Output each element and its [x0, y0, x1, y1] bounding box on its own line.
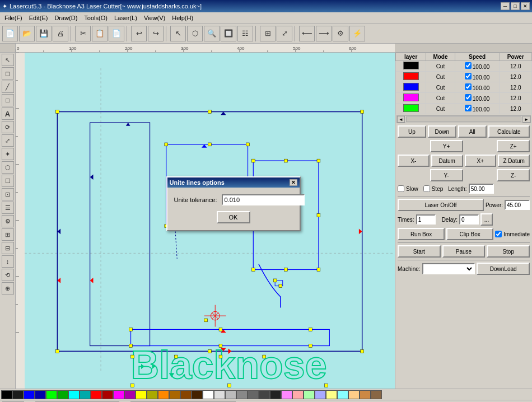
color-swatch-29[interactable] [326, 390, 337, 399]
color-swatch-7[interactable] [80, 390, 91, 399]
pause-button[interactable]: Pause [442, 245, 486, 258]
layer-check-1[interactable] [465, 73, 472, 80]
color-swatch-9[interactable] [102, 390, 113, 399]
tool-add[interactable]: ⊞ [2, 228, 14, 241]
save-button[interactable]: 💾 [36, 26, 52, 41]
layer-speed-cell-2[interactable]: 100.00 [455, 82, 500, 93]
color-swatch-10[interactable] [113, 390, 124, 399]
menu-draw[interactable]: Draw(D) [51, 13, 81, 22]
close-button[interactable]: ✕ [521, 2, 530, 10]
all-button[interactable]: All [458, 125, 487, 138]
menu-help[interactable]: Help(H) [169, 13, 197, 22]
tool-scale[interactable]: ⤢ [2, 134, 14, 147]
select-button[interactable]: ↖ [170, 26, 186, 41]
power-input[interactable] [505, 200, 530, 210]
tool-rect[interactable]: □ [2, 94, 14, 106]
x-minus-button[interactable]: X- [398, 155, 430, 167]
layer-check-0[interactable] [465, 62, 472, 69]
menu-tools[interactable]: Tools(O) [81, 13, 111, 22]
ungroup-button[interactable]: ☷ [237, 26, 253, 41]
layer-speed-cell-1[interactable]: 100.00 [455, 72, 500, 82]
cut-button[interactable]: ✂ [75, 26, 91, 41]
immediate-checkbox[interactable] [495, 231, 502, 237]
layer-color-cell-0[interactable] [396, 61, 426, 72]
color-swatch-24[interactable] [270, 390, 281, 399]
color-swatch-17[interactable] [192, 390, 203, 399]
color-swatch-3[interactable] [35, 390, 46, 399]
color-swatch-25[interactable] [281, 390, 292, 399]
tool-refresh[interactable]: ⟲ [2, 269, 14, 281]
paste-button[interactable]: 📄 [109, 26, 124, 41]
layer-color-cell-2[interactable] [396, 82, 426, 93]
color-swatch-19[interactable] [214, 390, 225, 399]
tool-select[interactable]: ↖ [2, 54, 14, 66]
color-swatch-31[interactable] [348, 390, 360, 399]
layer-speed-cell-4[interactable]: 100.00 [455, 104, 500, 114]
tool-line[interactable]: ╱ [2, 81, 14, 93]
tool-points[interactable]: ✦ [2, 148, 14, 160]
z-minus-button[interactable]: Z- [497, 169, 530, 181]
menu-laser[interactable]: Laser(L) [111, 13, 141, 22]
color-swatch-5[interactable] [57, 390, 68, 399]
color-swatch-1[interactable] [12, 390, 24, 399]
color-swatch-22[interactable] [248, 390, 259, 399]
color-swatch-33[interactable] [371, 390, 382, 399]
maximize-button[interactable]: □ [511, 2, 520, 10]
menu-view[interactable]: View(V) [141, 13, 169, 22]
step-check-label[interactable]: Step [423, 185, 444, 192]
laser-on-off-button[interactable]: Laser On/Off [398, 199, 484, 211]
scroll-track[interactable] [406, 116, 521, 122]
tool-node[interactable]: ◻ [2, 67, 14, 80]
run-box-button[interactable]: Run Box [398, 228, 445, 240]
stop-button[interactable]: Stop [487, 245, 530, 258]
color-swatch-2[interactable] [24, 390, 35, 399]
import-button[interactable]: ⟵ [299, 26, 315, 41]
layer-speed-cell-3[interactable]: 100.00 [455, 93, 500, 104]
tolerance-input[interactable] [222, 194, 305, 205]
download-button[interactable]: DownLoad [477, 263, 530, 275]
immediate-check-label[interactable]: Immediate [495, 231, 530, 237]
calculate-button[interactable]: Calculate [488, 125, 530, 138]
tool-crosshair[interactable]: ⊕ [2, 282, 14, 295]
color-swatch-18[interactable] [203, 390, 214, 399]
export-button[interactable]: ⟶ [316, 26, 332, 41]
length-input[interactable] [469, 184, 494, 194]
undo-button[interactable]: ↩ [131, 26, 147, 41]
up-button[interactable]: Up [398, 125, 426, 138]
color-swatch-12[interactable] [136, 390, 147, 399]
datum-button[interactable]: Datum [431, 155, 463, 167]
tool-layers[interactable]: ☰ [2, 202, 14, 214]
color-swatch-11[interactable] [124, 390, 136, 399]
tool-remove[interactable]: ⊟ [2, 242, 14, 254]
y-minus-button[interactable]: Y- [430, 169, 463, 181]
color-swatch-21[interactable] [236, 390, 248, 399]
node-button[interactable]: ⬡ [187, 26, 203, 41]
layer-color-cell-1[interactable] [396, 72, 426, 82]
print-button[interactable]: 🖨 [53, 26, 68, 41]
machine-select[interactable] [422, 263, 475, 274]
layer-check-3[interactable] [465, 94, 472, 101]
z-plus-button[interactable]: Z+ [497, 140, 530, 152]
delay-input[interactable] [459, 214, 479, 225]
color-swatch-6[interactable] [68, 390, 80, 399]
layer-check-2[interactable] [465, 83, 472, 90]
scroll-right-arrow[interactable]: ► [522, 116, 530, 123]
color-swatch-23[interactable] [259, 390, 270, 399]
layer-speed-cell-0[interactable]: 100.00 [455, 61, 500, 72]
tool-polygon[interactable]: ⬡ [2, 161, 14, 174]
color-swatch-30[interactable] [337, 390, 348, 399]
layer-color-cell-4[interactable] [396, 104, 426, 114]
group-button[interactable]: 🔲 [221, 26, 236, 41]
transform-button[interactable]: ⤢ [277, 26, 292, 41]
color-swatch-32[interactable] [360, 390, 371, 399]
down-button[interactable]: Down [428, 125, 456, 138]
layer-check-4[interactable] [465, 105, 472, 111]
tool-check[interactable]: ☐ [2, 175, 14, 187]
color-swatch-26[interactable] [292, 390, 304, 399]
open-button[interactable]: 📂 [19, 26, 35, 41]
layer-color-cell-3[interactable] [396, 93, 426, 104]
copy-button[interactable]: 📋 [92, 26, 108, 41]
canvas-area[interactable]: Blacknose Un [16, 53, 395, 389]
power-button[interactable]: ⚡ [349, 26, 365, 41]
minimize-button[interactable]: ─ [501, 2, 510, 10]
